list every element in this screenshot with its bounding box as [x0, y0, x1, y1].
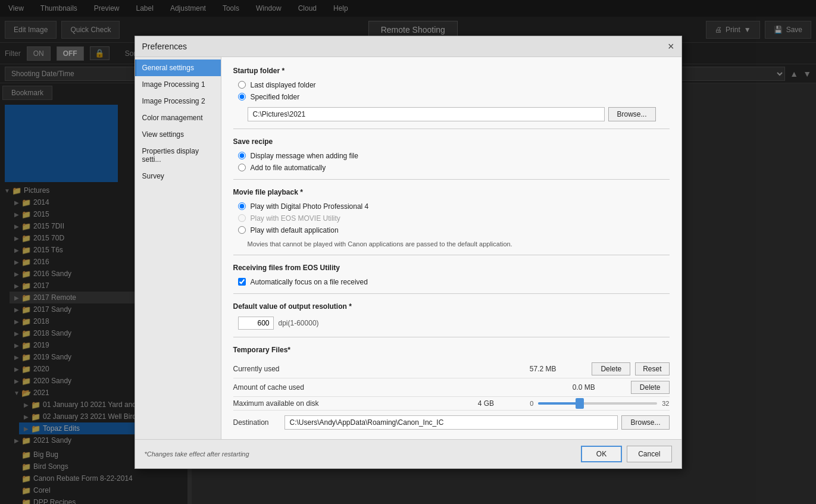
last-displayed-radio[interactable]: Last displayed folder: [238, 81, 670, 89]
dialog-sidebar-item-view[interactable]: View settings: [135, 126, 221, 143]
display-message-radio[interactable]: Display message when adding file: [238, 152, 670, 160]
movie-playback-title: Movie file playback *: [233, 188, 670, 196]
cache-used-label: Amount of cache used: [233, 383, 548, 392]
dialog-title: Preferences: [142, 42, 187, 51]
startup-folder-options: Last displayed folder Specified folder: [238, 81, 670, 101]
cache-delete-button[interactable]: Delete: [631, 381, 670, 394]
save-recipe-title: Save recipe: [233, 137, 670, 146]
slider-thumb[interactable]: [576, 398, 584, 409]
footer-buttons: OK Cancel: [581, 446, 672, 462]
digital-photo-radio[interactable]: Play with Digital Photo Professional 4: [238, 202, 670, 211]
destination-label: Destination: [233, 418, 281, 427]
currently-used-value: 57.2 MB: [508, 365, 556, 373]
specified-folder-label: Specified folder: [251, 93, 300, 101]
auto-focus-label: Automatically focus on a file received: [251, 278, 368, 286]
dialog-content: Startup folder * Last displayed folder S…: [221, 57, 681, 439]
dialog-sidebar-item-general[interactable]: General settings: [135, 60, 221, 76]
folder-input-row: Browse...: [248, 107, 670, 121]
resolution-unit: dpi(1-60000): [279, 319, 319, 327]
currently-used-label: Currently used: [233, 365, 509, 373]
receiving-title: Receiving files from EOS Utility: [233, 264, 670, 272]
dialog-sidebar: General settings Image Processing 1 Imag…: [135, 57, 221, 439]
eos-movie-radio: Play with EOS MOVIE Utility: [238, 214, 670, 223]
digital-photo-label: Play with Digital Photo Professional 4: [251, 202, 369, 211]
movie-playback-options: Play with Digital Photo Professional 4 P…: [238, 202, 670, 234]
specified-folder-radio-input[interactable]: [238, 93, 246, 101]
slider-track[interactable]: [538, 402, 657, 405]
restart-note: *Changes take effect after restarting: [145, 450, 249, 458]
currently-used-delete-button[interactable]: Delete: [592, 362, 630, 375]
dialog-sidebar-item-properties[interactable]: Properties display setti...: [135, 143, 221, 168]
folder-path-input[interactable]: [248, 107, 605, 121]
cache-used-row: Amount of cache used 0.0 MB Delete: [233, 378, 670, 397]
default-app-label: Play with default application: [251, 226, 339, 234]
last-displayed-radio-input[interactable]: [238, 81, 246, 89]
resolution-row: dpi(1-60000): [238, 317, 670, 330]
resolution-title: Default value of output resolution *: [233, 302, 670, 311]
dialog-footer: *Changes take effect after restarting OK…: [135, 439, 681, 468]
digital-photo-radio-input[interactable]: [238, 202, 246, 210]
add-automatically-label: Add to file automatically: [251, 164, 326, 172]
dialog-overlay: Preferences × General settings Image Pro…: [0, 0, 816, 504]
dialog-close-button[interactable]: ×: [668, 41, 674, 52]
default-app-radio[interactable]: Play with default application: [238, 226, 670, 234]
slider-max: 32: [662, 400, 669, 407]
max-disk-label: Maximum available on disk: [233, 399, 447, 408]
cancel-button[interactable]: Cancel: [627, 446, 671, 462]
auto-focus-row: Automatically focus on a file received: [238, 278, 670, 286]
slider-container: 0 32: [530, 400, 669, 407]
currently-used-row: Currently used 57.2 MB Delete Reset: [233, 360, 670, 378]
add-automatically-radio[interactable]: Add to file automatically: [238, 164, 670, 172]
dialog-sidebar-item-color[interactable]: Color management: [135, 109, 221, 126]
save-recipe-options: Display message when adding file Add to …: [238, 152, 670, 172]
slider-min: 0: [530, 400, 533, 407]
max-disk-value: 4 GB: [446, 399, 494, 408]
ok-button[interactable]: OK: [581, 446, 622, 462]
preferences-dialog: Preferences × General settings Image Pro…: [135, 36, 682, 469]
auto-focus-checkbox[interactable]: [238, 278, 246, 286]
slider-fill: [538, 402, 580, 405]
destination-browse-button[interactable]: Browse...: [621, 415, 669, 430]
dialog-sidebar-item-survey[interactable]: Survey: [135, 168, 221, 184]
startup-folder-title: Startup folder *: [233, 67, 670, 75]
dialog-sidebar-item-image2[interactable]: Image Processing 2: [135, 93, 221, 109]
dialog-body: General settings Image Processing 1 Imag…: [135, 57, 681, 439]
reset-button[interactable]: Reset: [635, 362, 669, 375]
max-disk-row: Maximum available on disk 4 GB 0 32: [233, 397, 670, 411]
cache-used-value: 0.0 MB: [548, 383, 595, 392]
dialog-title-bar: Preferences ×: [135, 36, 681, 57]
browse-button[interactable]: Browse...: [608, 107, 656, 121]
add-automatically-radio-input[interactable]: [238, 164, 246, 171]
dialog-sidebar-item-image1[interactable]: Image Processing 1: [135, 76, 221, 93]
specified-folder-radio[interactable]: Specified folder: [238, 93, 670, 101]
resolution-input[interactable]: [238, 317, 274, 330]
temp-files-title: Temporary Files*: [233, 346, 670, 354]
movie-note: Movies that cannot be played with Canon …: [248, 240, 670, 248]
display-message-label: Display message when adding file: [251, 152, 358, 160]
destination-row: Destination Browse...: [233, 415, 670, 430]
eos-movie-label: Play with EOS MOVIE Utility: [251, 214, 340, 223]
default-app-radio-input[interactable]: [238, 226, 246, 234]
eos-movie-radio-input: [238, 214, 246, 222]
display-message-radio-input[interactable]: [238, 152, 246, 159]
temp-section: Currently used 57.2 MB Delete Reset Amou…: [233, 360, 670, 411]
destination-input[interactable]: [284, 415, 618, 430]
last-displayed-label: Last displayed folder: [251, 81, 316, 89]
